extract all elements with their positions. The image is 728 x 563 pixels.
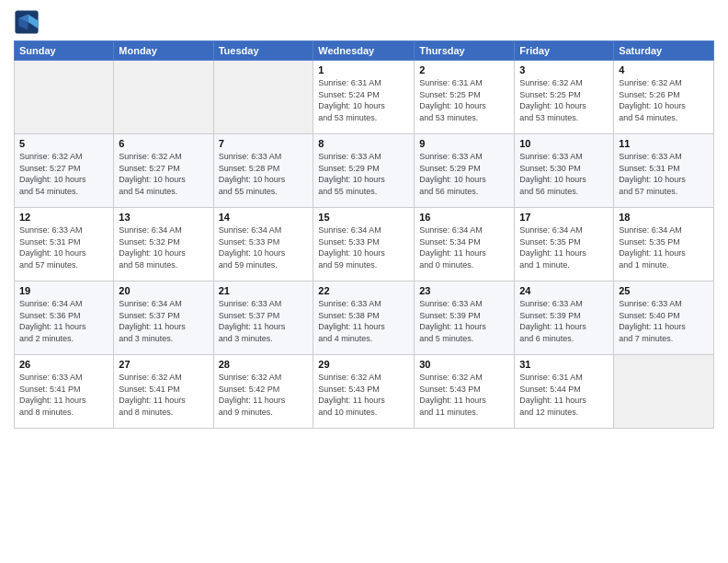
- calendar-cell: 23Sunrise: 6:33 AM Sunset: 5:39 PM Dayli…: [415, 282, 515, 355]
- day-info: Sunrise: 6:34 AM Sunset: 5:36 PM Dayligh…: [19, 298, 108, 344]
- calendar-cell: 12Sunrise: 6:33 AM Sunset: 5:31 PM Dayli…: [15, 208, 114, 282]
- day-info: Sunrise: 6:34 AM Sunset: 5:33 PM Dayligh…: [318, 224, 409, 270]
- calendar-cell: [15, 61, 114, 134]
- day-info: Sunrise: 6:33 AM Sunset: 5:39 PM Dayligh…: [419, 298, 509, 344]
- day-number: 9: [419, 138, 509, 149]
- calendar-week-4: 19Sunrise: 6:34 AM Sunset: 5:36 PM Dayli…: [15, 282, 714, 355]
- day-number: 31: [519, 359, 609, 370]
- day-number: 4: [619, 64, 709, 75]
- calendar-cell: 21Sunrise: 6:33 AM Sunset: 5:37 PM Dayli…: [213, 282, 313, 355]
- weekday-header-tuesday: Tuesday: [213, 41, 313, 61]
- calendar-cell: 24Sunrise: 6:33 AM Sunset: 5:39 PM Dayli…: [515, 282, 614, 355]
- calendar-cell: [213, 61, 313, 134]
- day-info: Sunrise: 6:34 AM Sunset: 5:37 PM Dayligh…: [119, 298, 208, 344]
- calendar-week-5: 26Sunrise: 6:33 AM Sunset: 5:41 PM Dayli…: [15, 355, 714, 429]
- day-info: Sunrise: 6:31 AM Sunset: 5:25 PM Dayligh…: [419, 77, 509, 123]
- calendar-cell: 17Sunrise: 6:34 AM Sunset: 5:35 PM Dayli…: [515, 208, 614, 282]
- day-info: Sunrise: 6:34 AM Sunset: 5:35 PM Dayligh…: [619, 224, 709, 270]
- day-info: Sunrise: 6:32 AM Sunset: 5:25 PM Dayligh…: [519, 77, 609, 123]
- day-number: 22: [318, 285, 409, 296]
- calendar-cell: 28Sunrise: 6:32 AM Sunset: 5:42 PM Dayli…: [213, 355, 313, 429]
- day-number: 7: [219, 138, 309, 149]
- weekday-header-sunday: Sunday: [15, 41, 114, 61]
- day-number: 27: [119, 359, 208, 370]
- day-number: 2: [419, 64, 509, 75]
- calendar-cell: 1Sunrise: 6:31 AM Sunset: 5:24 PM Daylig…: [313, 61, 415, 134]
- calendar-cell: 16Sunrise: 6:34 AM Sunset: 5:34 PM Dayli…: [415, 208, 515, 282]
- day-number: 8: [318, 138, 409, 149]
- day-number: 24: [519, 285, 609, 296]
- calendar-cell: 13Sunrise: 6:34 AM Sunset: 5:32 PM Dayli…: [114, 208, 213, 282]
- day-number: 11: [619, 138, 709, 149]
- calendar-cell: 29Sunrise: 6:32 AM Sunset: 5:43 PM Dayli…: [313, 355, 415, 429]
- day-info: Sunrise: 6:31 AM Sunset: 5:24 PM Dayligh…: [318, 77, 409, 123]
- calendar-cell: 3Sunrise: 6:32 AM Sunset: 5:25 PM Daylig…: [515, 61, 614, 134]
- day-number: 13: [119, 212, 208, 223]
- calendar-week-3: 12Sunrise: 6:33 AM Sunset: 5:31 PM Dayli…: [15, 208, 714, 282]
- day-number: 17: [519, 212, 609, 223]
- day-info: Sunrise: 6:32 AM Sunset: 5:43 PM Dayligh…: [419, 372, 509, 418]
- page-header: [14, 9, 714, 35]
- weekday-header-friday: Friday: [515, 41, 614, 61]
- day-info: Sunrise: 6:34 AM Sunset: 5:32 PM Dayligh…: [119, 224, 208, 270]
- logo: [14, 9, 43, 35]
- day-number: 1: [318, 64, 409, 75]
- calendar-cell: 15Sunrise: 6:34 AM Sunset: 5:33 PM Dayli…: [313, 208, 415, 282]
- calendar-cell: 2Sunrise: 6:31 AM Sunset: 5:25 PM Daylig…: [415, 61, 515, 134]
- day-number: 23: [419, 285, 509, 296]
- calendar-cell: 14Sunrise: 6:34 AM Sunset: 5:33 PM Dayli…: [213, 208, 313, 282]
- calendar-cell: 5Sunrise: 6:32 AM Sunset: 5:27 PM Daylig…: [15, 134, 114, 208]
- day-info: Sunrise: 6:32 AM Sunset: 5:41 PM Dayligh…: [119, 372, 208, 418]
- day-info: Sunrise: 6:33 AM Sunset: 5:29 PM Dayligh…: [318, 151, 409, 197]
- day-number: 26: [19, 359, 108, 370]
- day-info: Sunrise: 6:33 AM Sunset: 5:29 PM Dayligh…: [419, 151, 509, 197]
- calendar-cell: [614, 355, 714, 429]
- day-number: 14: [219, 212, 309, 223]
- day-number: 25: [619, 285, 709, 296]
- calendar-cell: 8Sunrise: 6:33 AM Sunset: 5:29 PM Daylig…: [313, 134, 415, 208]
- day-number: 12: [19, 212, 108, 223]
- day-number: 15: [318, 212, 409, 223]
- day-number: 18: [619, 212, 709, 223]
- calendar-cell: 19Sunrise: 6:34 AM Sunset: 5:36 PM Dayli…: [15, 282, 114, 355]
- day-number: 19: [19, 285, 108, 296]
- day-info: Sunrise: 6:34 AM Sunset: 5:34 PM Dayligh…: [419, 224, 509, 270]
- calendar-week-1: 1Sunrise: 6:31 AM Sunset: 5:24 PM Daylig…: [15, 61, 714, 134]
- day-info: Sunrise: 6:33 AM Sunset: 5:31 PM Dayligh…: [619, 151, 709, 197]
- weekday-header-thursday: Thursday: [415, 41, 515, 61]
- day-info: Sunrise: 6:31 AM Sunset: 5:44 PM Dayligh…: [519, 372, 609, 418]
- calendar-cell: 30Sunrise: 6:32 AM Sunset: 5:43 PM Dayli…: [415, 355, 515, 429]
- calendar-cell: 11Sunrise: 6:33 AM Sunset: 5:31 PM Dayli…: [614, 134, 714, 208]
- day-number: 21: [219, 285, 309, 296]
- weekday-header-wednesday: Wednesday: [313, 41, 415, 61]
- weekday-header-monday: Monday: [114, 41, 213, 61]
- weekday-header-row: SundayMondayTuesdayWednesdayThursdayFrid…: [15, 41, 714, 61]
- day-info: Sunrise: 6:32 AM Sunset: 5:27 PM Dayligh…: [119, 151, 208, 197]
- day-info: Sunrise: 6:34 AM Sunset: 5:33 PM Dayligh…: [219, 224, 309, 270]
- calendar-cell: 6Sunrise: 6:32 AM Sunset: 5:27 PM Daylig…: [114, 134, 213, 208]
- calendar-cell: 18Sunrise: 6:34 AM Sunset: 5:35 PM Dayli…: [614, 208, 714, 282]
- calendar-cell: 25Sunrise: 6:33 AM Sunset: 5:40 PM Dayli…: [614, 282, 714, 355]
- day-number: 5: [19, 138, 108, 149]
- calendar-cell: 27Sunrise: 6:32 AM Sunset: 5:41 PM Dayli…: [114, 355, 213, 429]
- day-number: 10: [519, 138, 609, 149]
- calendar-cell: 31Sunrise: 6:31 AM Sunset: 5:44 PM Dayli…: [515, 355, 614, 429]
- day-info: Sunrise: 6:33 AM Sunset: 5:30 PM Dayligh…: [519, 151, 609, 197]
- page-container: SundayMondayTuesdayWednesdayThursdayFrid…: [0, 0, 728, 563]
- day-info: Sunrise: 6:33 AM Sunset: 5:41 PM Dayligh…: [19, 372, 108, 418]
- day-info: Sunrise: 6:33 AM Sunset: 5:40 PM Dayligh…: [619, 298, 709, 344]
- day-info: Sunrise: 6:33 AM Sunset: 5:38 PM Dayligh…: [318, 298, 409, 344]
- calendar-cell: 9Sunrise: 6:33 AM Sunset: 5:29 PM Daylig…: [415, 134, 515, 208]
- calendar-cell: 10Sunrise: 6:33 AM Sunset: 5:30 PM Dayli…: [515, 134, 614, 208]
- day-info: Sunrise: 6:32 AM Sunset: 5:42 PM Dayligh…: [219, 372, 309, 418]
- day-number: 20: [119, 285, 208, 296]
- weekday-header-saturday: Saturday: [614, 41, 714, 61]
- day-info: Sunrise: 6:33 AM Sunset: 5:28 PM Dayligh…: [219, 151, 309, 197]
- calendar-cell: 20Sunrise: 6:34 AM Sunset: 5:37 PM Dayli…: [114, 282, 213, 355]
- day-number: 28: [219, 359, 309, 370]
- day-number: 3: [519, 64, 609, 75]
- day-number: 29: [318, 359, 409, 370]
- day-info: Sunrise: 6:32 AM Sunset: 5:27 PM Dayligh…: [19, 151, 108, 197]
- calendar-cell: 26Sunrise: 6:33 AM Sunset: 5:41 PM Dayli…: [15, 355, 114, 429]
- day-number: 6: [119, 138, 208, 149]
